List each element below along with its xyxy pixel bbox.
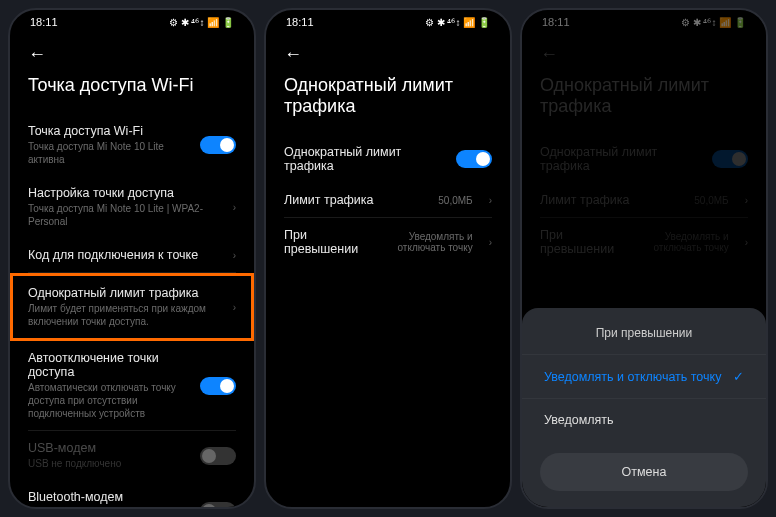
toggle-switch: [712, 150, 748, 168]
back-button[interactable]: ←: [10, 34, 254, 69]
bluetooth-modem-row[interactable]: Bluetooth-модем Доступ к интернет-подклю…: [28, 480, 236, 507]
setting-sub: Точка доступа Mi Note 10 Lite активна: [28, 140, 188, 166]
auto-disable-row[interactable]: Автоотключение точки доступа Автоматичес…: [28, 341, 236, 431]
sheet-option-notify[interactable]: Уведомлять: [522, 398, 766, 441]
checkmark-icon: ✓: [733, 369, 744, 384]
setting-value: Уведомлять и отключать точку: [626, 231, 729, 253]
option-label: Уведомлять и отключать точку: [544, 370, 721, 384]
traffic-limit-row: Лимит трафика 50,0МБ ›: [540, 183, 748, 218]
on-exceed-row: При превышении Уведомлять и отключать то…: [540, 218, 748, 266]
option-label: Уведомлять: [544, 413, 614, 427]
chevron-right-icon: ›: [745, 195, 748, 206]
phone-screen-3: 18:11 ⚙ ✱ ⁴⁶↕ 📶 🔋 ← Однократный лимит тр…: [520, 8, 768, 509]
setting-label: При превышении: [540, 228, 614, 256]
setting-sub: Лимит будет применяться при каждом включ…: [28, 302, 217, 328]
status-icons: ⚙ ✱ ⁴⁶↕ 📶 🔋: [681, 17, 746, 28]
setting-label: Код для подключения к точке: [28, 248, 217, 262]
toggle-switch[interactable]: [200, 447, 236, 465]
status-time: 18:11: [30, 16, 58, 28]
traffic-limit-row[interactable]: Лимит трафика 50,0МБ ›: [284, 183, 492, 218]
toggle-switch[interactable]: [200, 502, 236, 507]
setting-sub: USB не подключено: [28, 457, 188, 470]
data-limit-row[interactable]: Однократный лимит трафика Лимит будет пр…: [28, 276, 236, 338]
setting-label: Bluetooth-модем: [28, 490, 188, 504]
toggle-switch[interactable]: [456, 150, 492, 168]
statusbar: 18:11 ⚙ ✱ ⁴⁶↕ 📶 🔋: [266, 10, 510, 34]
setting-label: Точка доступа Wi-Fi: [28, 124, 188, 138]
connection-code-row[interactable]: Код для подключения к точке ›: [28, 238, 236, 273]
sheet-option-notify-disable[interactable]: Уведомлять и отключать точку ✓: [522, 354, 766, 398]
setting-sub: Автоматически отключать точку доступа пр…: [28, 381, 188, 420]
setting-label: Лимит трафика: [284, 193, 426, 207]
setting-label: Настройка точки доступа: [28, 186, 217, 200]
on-exceed-row[interactable]: При превышении Уведомлять и отключать то…: [284, 218, 492, 266]
highlighted-setting: Однократный лимит трафика Лимит будет пр…: [10, 273, 254, 341]
setting-label: USB-модем: [28, 441, 188, 455]
usb-modem-row[interactable]: USB-модем USB не подключено: [28, 431, 236, 480]
chevron-right-icon: ›: [233, 302, 236, 313]
setting-value: 50,0МБ: [694, 195, 728, 206]
chevron-right-icon: ›: [745, 237, 748, 248]
limit-toggle-row: Однократный лимит трафика: [540, 135, 748, 183]
setting-sub: Точка доступа Mi Note 10 Lite | WPA2-Per…: [28, 202, 217, 228]
setting-label: Однократный лимит трафика: [28, 286, 217, 300]
setting-label: Однократный лимит трафика: [540, 145, 700, 173]
setting-value: 50,0МБ: [438, 195, 472, 206]
chevron-right-icon: ›: [233, 250, 236, 261]
setting-label: При превышении: [284, 228, 358, 256]
setting-label: Автоотключение точки доступа: [28, 351, 188, 379]
setting-label: Однократный лимит трафика: [284, 145, 444, 173]
sheet-title: При превышении: [522, 326, 766, 354]
status-icons: ⚙ ✱ ⁴⁶↕ 📶 🔋: [169, 17, 234, 28]
setting-label: Лимит трафика: [540, 193, 682, 207]
page-title: Однократный лимит трафика: [522, 69, 766, 135]
page-title: Однократный лимит трафика: [266, 69, 510, 135]
cancel-button[interactable]: Отмена: [540, 453, 748, 491]
back-button[interactable]: ←: [266, 34, 510, 69]
wifi-hotspot-toggle-row[interactable]: Точка доступа Wi-Fi Точка доступа Mi Not…: [28, 114, 236, 176]
page-title: Точка доступа Wi-Fi: [10, 69, 254, 114]
phone-screen-2: 18:11 ⚙ ✱ ⁴⁶↕ 📶 🔋 ← Однократный лимит тр…: [264, 8, 512, 509]
statusbar: 18:11 ⚙ ✱ ⁴⁶↕ 📶 🔋: [522, 10, 766, 34]
chevron-right-icon: ›: [233, 202, 236, 213]
chevron-right-icon: ›: [489, 237, 492, 248]
chevron-right-icon: ›: [489, 195, 492, 206]
phone-screen-1: 18:11 ⚙ ✱ ⁴⁶↕ 📶 🔋 ← Точка доступа Wi-Fi …: [8, 8, 256, 509]
status-time: 18:11: [286, 16, 314, 28]
settings-content: Однократный лимит трафика Лимит трафика …: [266, 135, 510, 507]
toggle-switch[interactable]: [200, 136, 236, 154]
bottom-sheet: При превышении Уведомлять и отключать то…: [522, 308, 766, 507]
setting-sub: Доступ к интернет-подключению телефона ч…: [28, 506, 188, 507]
cancel-label: Отмена: [622, 465, 667, 479]
settings-content: Точка доступа Wi-Fi Точка доступа Mi Not…: [10, 114, 254, 507]
toggle-switch[interactable]: [200, 377, 236, 395]
status-time: 18:11: [542, 16, 570, 28]
status-icons: ⚙ ✱ ⁴⁶↕ 📶 🔋: [425, 17, 490, 28]
hotspot-settings-row[interactable]: Настройка точки доступа Точка доступа Mi…: [28, 176, 236, 238]
back-button[interactable]: ←: [522, 34, 766, 69]
statusbar: 18:11 ⚙ ✱ ⁴⁶↕ 📶 🔋: [10, 10, 254, 34]
setting-value: Уведомлять и отключать точку: [370, 231, 473, 253]
limit-toggle-row[interactable]: Однократный лимит трафика: [284, 135, 492, 183]
